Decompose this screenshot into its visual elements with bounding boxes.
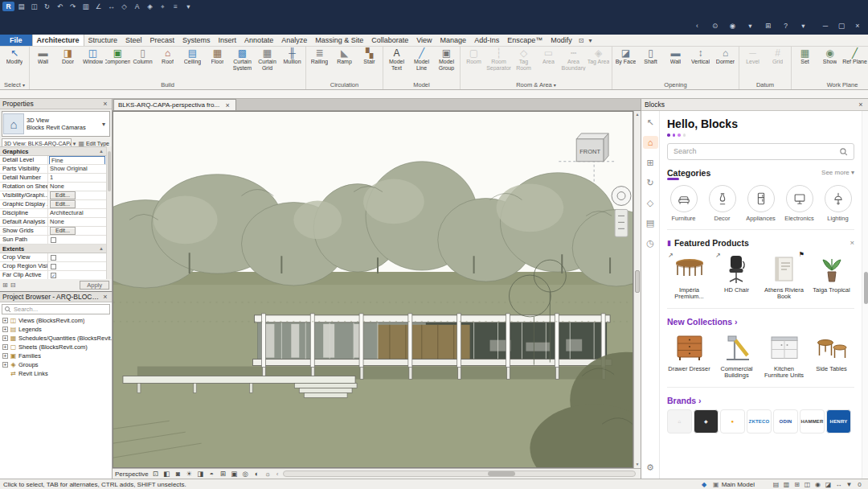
- temp-hide-icon[interactable]: ◐: [252, 470, 261, 478]
- scrollbar-thumb[interactable]: [635, 270, 640, 293]
- detail-level-icon[interactable]: ◧: [162, 470, 171, 478]
- swap-arrow-icon[interactable]: ↗: [668, 252, 674, 259]
- lock-3d-icon[interactable]: ◎: [241, 470, 250, 478]
- redo-icon[interactable]: ↷: [67, 2, 79, 11]
- undo-icon[interactable]: ↶: [54, 2, 66, 11]
- product-taiga-tropical[interactable]: Taiga Tropical: [809, 252, 854, 301]
- ribbon-tab-insert[interactable]: Insert: [215, 35, 241, 46]
- dormer-button[interactable]: ⌂Dormer: [713, 47, 738, 65]
- sun-path-checkbox[interactable]: [51, 237, 56, 243]
- product-imp-ria-premium[interactable]: ↗Impéria Premium...: [667, 252, 711, 301]
- scroll-down-icon[interactable]: ▼: [634, 461, 641, 468]
- ribbon-tab-analyze[interactable]: Analyze: [277, 35, 311, 46]
- scroll-up-icon[interactable]: ▲: [634, 111, 641, 118]
- properties-scrollbar[interactable]: [106, 146, 112, 279]
- visibility-graphi-edit-button[interactable]: Edit...: [50, 191, 76, 199]
- railing-button[interactable]: ≣Railing: [307, 47, 332, 65]
- mullion-button[interactable]: ╫Mullion: [280, 47, 305, 65]
- history-icon[interactable]: ◷: [643, 236, 658, 249]
- crop-view-checkbox[interactable]: [51, 255, 56, 261]
- brands-link[interactable]: Brands ›: [667, 396, 702, 405]
- collapse-icon[interactable]: ‹: [691, 21, 703, 31]
- select-links-icon[interactable]: ⊞: [793, 481, 800, 488]
- categories-icon[interactable]: ⊞: [643, 156, 658, 169]
- select-pinned-icon[interactable]: ◉: [814, 481, 821, 488]
- help-dropdown-icon[interactable]: ▾: [797, 21, 809, 31]
- category-appliances[interactable]: Appliances: [744, 185, 777, 222]
- sync-icon[interactable]: ↻: [41, 2, 53, 11]
- viewport-vscrollbar[interactable]: ▲ ▼: [633, 111, 641, 468]
- home-icon[interactable]: ⌂: [643, 136, 658, 149]
- tree-item-schedules-quantities-blocksrevit-com[interactable]: +▦Schedules/Quantities (BlocksRevit.com): [0, 334, 112, 343]
- column-button[interactable]: ▯Column: [130, 47, 155, 65]
- product-commercial-buildings[interactable]: Commercial Buildings: [714, 331, 759, 380]
- panel-label-opening[interactable]: Opening: [612, 80, 739, 89]
- far-clip-active-checkbox[interactable]: ✓: [51, 273, 56, 278]
- section-icon[interactable]: ⌖: [157, 2, 169, 11]
- open-icon[interactable]: ▤: [15, 2, 27, 11]
- render-icon[interactable]: ◓: [207, 470, 216, 478]
- measure-icon[interactable]: ∠: [92, 2, 104, 11]
- by-face-button[interactable]: ◪By Face: [613, 47, 638, 65]
- component-button[interactable]: ▣Component: [105, 47, 130, 65]
- project-browser-search[interactable]: Search...: [2, 304, 110, 314]
- select-tool-icon[interactable]: ↖: [643, 116, 658, 129]
- panel-label-model[interactable]: Model: [383, 80, 460, 89]
- curtain-grid-button[interactable]: ▦Curtain Grid: [255, 47, 280, 71]
- ribbon-tab-manage[interactable]: Manage: [436, 35, 471, 46]
- panel-label-select[interactable]: Select ▾: [0, 80, 29, 89]
- brand-logo-5[interactable]: ODIN: [773, 409, 798, 434]
- show-grids-edit-button[interactable]: Edit...: [50, 227, 76, 235]
- scrollbar-thumb[interactable]: [488, 471, 515, 476]
- featured-close-icon[interactable]: ×: [850, 238, 854, 247]
- 3d-view-icon[interactable]: ◈: [144, 2, 156, 11]
- product-hd-chair[interactable]: ↗HD Chair: [714, 252, 759, 301]
- bookmark-icon[interactable]: ⚑: [799, 251, 805, 258]
- file-menu-button[interactable]: File: [0, 35, 32, 46]
- panel-label-datum[interactable]: Datum: [739, 80, 791, 89]
- property-group-graphics[interactable]: Graphics▲: [0, 147, 106, 156]
- blocks-panel-header[interactable]: Blocks ×: [641, 99, 868, 111]
- perspective-label[interactable]: Perspective: [115, 471, 149, 478]
- properties-close-icon[interactable]: ×: [101, 100, 109, 108]
- modify-button[interactable]: ↖ Modify: [1, 47, 28, 65]
- wall-button[interactable]: ▬Wall: [663, 47, 688, 65]
- view-tab-close-icon[interactable]: ×: [223, 101, 231, 109]
- model-text-button[interactable]: AModel Text: [384, 47, 409, 71]
- library-icon[interactable]: ▤: [643, 216, 658, 229]
- detail-number-value[interactable]: 1: [48, 174, 53, 182]
- set-button[interactable]: ▦Set: [792, 47, 817, 65]
- viewport-hscrollbar[interactable]: [283, 471, 636, 477]
- ribbon-tab-enscape[interactable]: Enscape™: [503, 35, 547, 46]
- curtain-system-button[interactable]: ▩Curtain System: [230, 47, 255, 71]
- ribbon-tab-modify[interactable]: Modify: [547, 35, 576, 46]
- scrollbar-thumb[interactable]: [108, 151, 111, 191]
- app-menu[interactable]: R: [2, 2, 14, 11]
- ribbon-collapse-icon[interactable]: ▾: [586, 35, 594, 46]
- design-options-icon[interactable]: ▥: [783, 481, 790, 488]
- ribbon-tab-annotate[interactable]: Annotate: [240, 35, 277, 46]
- select-underlay-icon[interactable]: ◫: [804, 481, 811, 488]
- type-selector[interactable]: ⌂ 3D View Blocks Revit Cámaras ▾: [2, 111, 110, 137]
- view-tab[interactable]: BLKS-ARQ-CAPA-perspectiva fro... ×: [113, 99, 236, 110]
- brand-logo-2[interactable]: ◆: [694, 409, 719, 434]
- swap-arrow-icon[interactable]: ↗: [715, 252, 721, 259]
- viewcube-front-face[interactable]: FRONT: [579, 148, 600, 155]
- maximize-button[interactable]: ▢: [833, 18, 850, 33]
- tree-item-revit-links[interactable]: ⇄Revit Links: [0, 369, 112, 378]
- background-processes-icon[interactable]: ◆: [702, 481, 706, 488]
- ribbon-tab-steel[interactable]: Steel: [121, 35, 146, 46]
- discipline-value[interactable]: Architectural: [48, 209, 84, 217]
- scale-icon[interactable]: ⊡: [151, 470, 160, 478]
- vertical-button[interactable]: ↕Vertical: [688, 47, 713, 65]
- ceiling-button[interactable]: ▤Ceiling: [180, 47, 205, 65]
- store-icon[interactable]: ⊞: [762, 21, 774, 31]
- ribbon-tab-view[interactable]: View: [412, 35, 436, 46]
- help-icon[interactable]: ?: [780, 21, 792, 31]
- property-group-extents[interactable]: Extents▲: [0, 244, 106, 253]
- account-icon[interactable]: ◉: [727, 21, 739, 31]
- product-kitchen-furniture-units[interactable]: Kitchen Furniture Units: [762, 331, 806, 380]
- scrollbar-thumb[interactable]: [864, 272, 868, 304]
- notification-icon[interactable]: ⊙: [709, 21, 721, 31]
- blocks-scrollbar[interactable]: [862, 111, 868, 479]
